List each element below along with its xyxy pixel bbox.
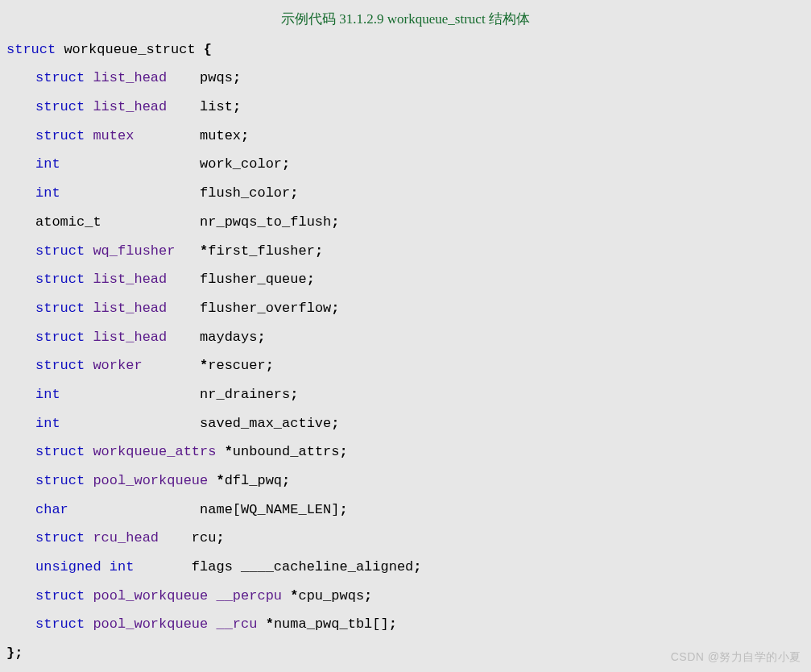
pointer-star: *	[290, 588, 298, 604]
member-row: struct pool_workqueue __percpu *cpu_pwqs…	[6, 582, 805, 611]
member-row: struct worker *rescuer;	[6, 351, 805, 380]
type: mutex	[93, 128, 134, 143]
spacer	[167, 272, 200, 287]
spacer	[68, 156, 200, 172]
spacer	[167, 301, 200, 316]
keyword: char	[35, 502, 68, 517]
terminator: ;	[315, 243, 323, 259]
terminator: ;	[389, 616, 397, 632]
keyword: struct	[35, 473, 85, 488]
member-name: numa_pwq_tbl[]	[274, 616, 389, 632]
type: list_head	[93, 70, 167, 85]
type: pool_workqueue __percpu	[93, 588, 282, 604]
member-name: dfl_pwq	[225, 473, 282, 488]
keyword: struct	[35, 358, 85, 373]
keyword: struct	[35, 616, 85, 632]
member-row: int work_color;	[6, 150, 805, 179]
type: list_head	[93, 272, 167, 287]
terminator: ;	[233, 70, 241, 85]
terminator: ;	[290, 387, 298, 402]
member-name: list	[200, 99, 233, 114]
terminator: ;	[257, 330, 265, 345]
spacer	[134, 128, 200, 143]
member-row: struct list_head list;	[6, 93, 805, 122]
spacer	[159, 530, 192, 545]
member-row: char name[WQ_NAME_LEN];	[6, 496, 805, 525]
terminator: ;	[290, 185, 298, 201]
member-row: int nr_drainers;	[6, 380, 805, 409]
terminator: ;	[331, 214, 339, 230]
type: rcu_head	[93, 530, 159, 545]
member-name: saved_max_active	[200, 416, 331, 431]
terminator: ;	[282, 473, 290, 488]
keyword: struct	[6, 42, 56, 57]
spacer	[77, 502, 200, 517]
type: wq_flusher	[93, 243, 175, 259]
spacer	[143, 358, 200, 373]
terminator: ;	[413, 559, 421, 575]
member-name: flusher_overflow	[200, 301, 331, 316]
member-row: struct wq_flusher *first_flusher;	[6, 237, 805, 266]
member-row: unsigned int flags ____cacheline_aligned…	[6, 553, 805, 582]
keyword: struct	[35, 301, 85, 316]
terminator: ;	[307, 272, 315, 287]
member-row: struct list_head flusher_overflow;	[6, 294, 805, 323]
keyword: struct	[35, 530, 85, 545]
keyword: int	[35, 387, 60, 402]
member-name: pwqs	[200, 70, 233, 85]
spacer	[216, 444, 224, 459]
member-name: rcu	[192, 530, 217, 545]
spacer	[208, 473, 216, 488]
type: pool_workqueue __rcu	[93, 616, 257, 632]
member-row: struct pool_workqueue __rcu *numa_pwq_tb…	[6, 610, 805, 639]
keyword: unsigned int	[35, 559, 134, 575]
struct-decl: struct workqueue_struct {	[6, 35, 805, 64]
terminator: ;	[331, 416, 339, 431]
member-row: struct list_head pwqs;	[6, 64, 805, 93]
member-row: struct list_head maydays;	[6, 323, 805, 352]
keyword: int	[35, 416, 60, 431]
spacer	[175, 243, 200, 259]
spacer	[101, 214, 200, 230]
member-name: unbound_attrs	[233, 444, 340, 459]
member-row: int flush_color;	[6, 179, 805, 208]
pointer-star: *	[216, 473, 224, 488]
spacer	[167, 330, 200, 345]
brace-open: {	[204, 42, 212, 57]
type: list_head	[93, 99, 167, 114]
keyword: int	[35, 185, 60, 201]
keyword: struct	[35, 243, 85, 259]
type: list_head	[93, 330, 167, 345]
member-row: struct workqueue_attrs *unbound_attrs;	[6, 438, 805, 467]
member-name: maydays	[200, 330, 257, 345]
terminator: ;	[339, 502, 347, 517]
member-row: struct pool_workqueue *dfl_pwq;	[6, 467, 805, 496]
brace-close: };	[6, 639, 805, 668]
spacer	[167, 99, 200, 114]
member-row: struct rcu_head rcu;	[6, 524, 805, 553]
terminator: ;	[339, 444, 347, 459]
keyword: struct	[35, 272, 85, 287]
keyword: struct	[35, 588, 85, 604]
member-name: flush_color	[200, 185, 290, 201]
member-name: mutex	[200, 128, 241, 143]
member-name: first_flusher	[208, 243, 315, 259]
struct-name: workqueue_struct	[64, 42, 195, 57]
terminator: ;	[241, 128, 249, 143]
terminator: ;	[331, 301, 339, 316]
member-name: nr_drainers	[200, 387, 290, 402]
terminator: ;	[364, 588, 372, 604]
member-name: work_color	[200, 156, 282, 172]
member-name: flags ____cacheline_aligned	[192, 559, 413, 575]
keyword: int	[35, 156, 60, 172]
type: list_head	[93, 301, 167, 316]
spacer	[143, 559, 192, 575]
keyword: struct	[35, 444, 85, 459]
keyword: struct	[35, 70, 85, 85]
spacer	[68, 185, 200, 201]
type: atomic_t	[35, 214, 101, 230]
member-name: rescuer	[208, 358, 265, 373]
code-title: 示例代码 31.1.2.9 workqueue_struct 结构体	[6, 3, 805, 35]
type: workqueue_attrs	[93, 444, 216, 459]
pointer-star: *	[200, 358, 208, 373]
